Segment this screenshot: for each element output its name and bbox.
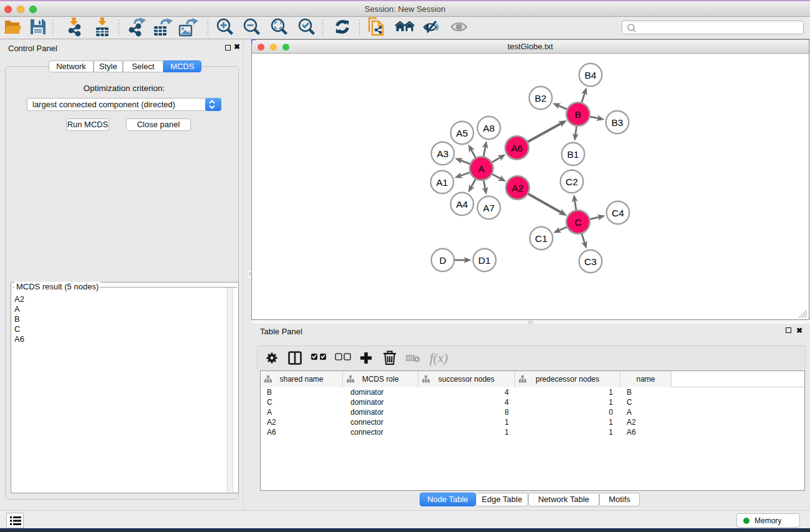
svg-text:B3: B3 <box>612 117 624 128</box>
svg-text:C1: C1 <box>535 233 547 244</box>
svg-text:A4: A4 <box>456 199 468 210</box>
svg-text:A1: A1 <box>436 177 448 188</box>
svg-text:A8: A8 <box>483 123 495 133</box>
svg-text:B2: B2 <box>535 93 547 104</box>
svg-text:B4: B4 <box>585 70 597 80</box>
svg-text:C3: C3 <box>584 256 597 267</box>
svg-text:C4: C4 <box>612 208 624 218</box>
svg-text:C2: C2 <box>566 177 578 187</box>
svg-text:A: A <box>478 163 485 174</box>
svg-text:B1: B1 <box>567 149 579 160</box>
svg-text:A2: A2 <box>512 183 524 193</box>
svg-text:f(x): f(x) <box>430 351 448 365</box>
svg-text:D: D <box>439 255 446 266</box>
svg-text:A6: A6 <box>511 143 523 153</box>
svg-text:A7: A7 <box>483 203 495 213</box>
svg-text:D1: D1 <box>478 255 491 266</box>
svg-text:B: B <box>575 109 581 120</box>
svg-text:C: C <box>574 217 581 228</box>
svg-text:A5: A5 <box>456 128 468 138</box>
svg-text:A3: A3 <box>437 148 449 159</box>
